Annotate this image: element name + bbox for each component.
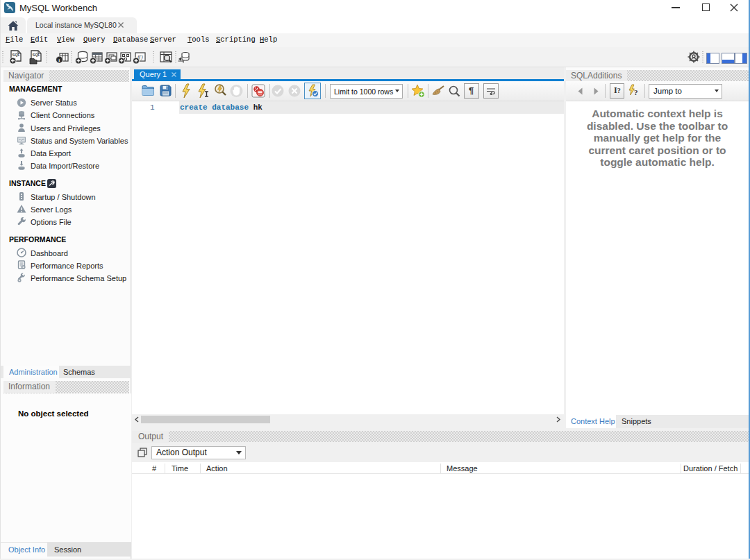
svg-text:SQL: SQL bbox=[12, 53, 21, 57]
svg-text:i: i bbox=[58, 58, 60, 63]
svg-text:?: ? bbox=[634, 88, 638, 96]
svg-text:SQL: SQL bbox=[33, 53, 41, 57]
